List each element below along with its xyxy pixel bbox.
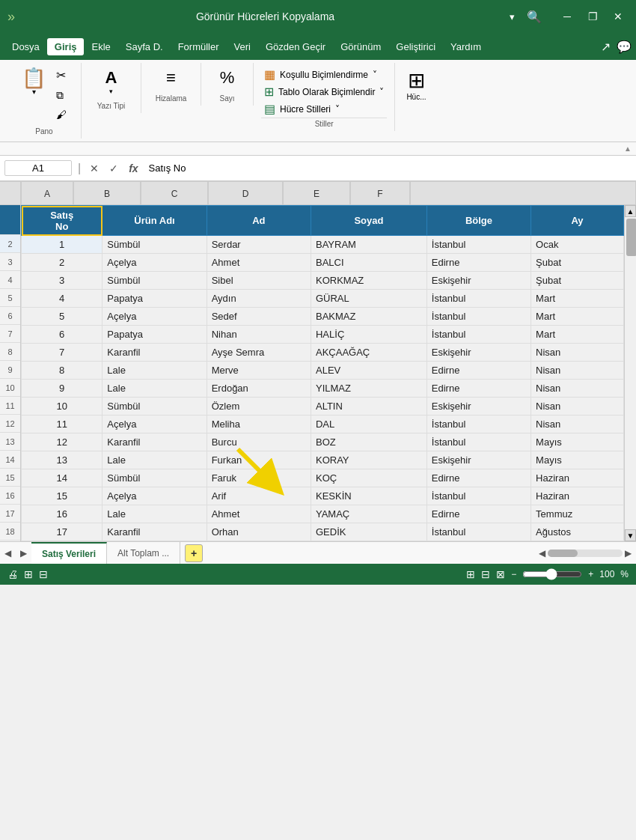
- col-header-f[interactable]: F: [350, 181, 410, 205]
- tablo-bicim-button[interactable]: ⊞ Tablo Olarak Biçimlendir ˅: [261, 83, 387, 100]
- formula-input[interactable]: [144, 161, 632, 175]
- cell-c11[interactable]: Özlem: [207, 398, 311, 416]
- cell-a8[interactable]: 7: [22, 344, 103, 362]
- alignment-button[interactable]: ≡: [162, 66, 180, 90]
- cell-c13[interactable]: Burcu: [207, 433, 311, 451]
- cell-e6[interactable]: İstanbul: [426, 308, 530, 326]
- menu-gorunum[interactable]: Görünüm: [333, 38, 388, 55]
- cell-e15[interactable]: Edirne: [426, 469, 530, 487]
- col-header-b[interactable]: B: [73, 181, 141, 205]
- menu-formul[interactable]: Formüller: [171, 38, 227, 55]
- cell-a9[interactable]: 8: [22, 362, 103, 380]
- cancel-formula-button[interactable]: ✕: [87, 161, 102, 176]
- cell-a13[interactable]: 12: [22, 433, 103, 451]
- cell-c3[interactable]: Ahmet: [207, 254, 311, 272]
- cell-e5[interactable]: İstanbul: [426, 290, 530, 308]
- status-icon-table2[interactable]: ⊟: [39, 568, 48, 580]
- cell-b3[interactable]: Açelya: [103, 254, 207, 272]
- row-num-10[interactable]: 10: [0, 379, 20, 397]
- scroll-track[interactable]: [625, 217, 636, 529]
- scroll-thumb[interactable]: [626, 219, 636, 256]
- cut-button[interactable]: ✂: [52, 66, 70, 85]
- scroll-down-button[interactable]: ▼: [625, 529, 636, 541]
- cell-b2[interactable]: Sümbül: [103, 236, 207, 254]
- cell-c16[interactable]: Arif: [207, 487, 311, 505]
- menu-ekle[interactable]: Ekle: [84, 38, 117, 55]
- cell-e12[interactable]: İstanbul: [426, 416, 530, 433]
- col-header-d[interactable]: D: [208, 181, 283, 205]
- cell-f12[interactable]: Nisan: [531, 416, 624, 433]
- cell-f9[interactable]: Nisan: [531, 362, 624, 380]
- cell-f17[interactable]: Temmuz: [531, 505, 624, 523]
- copy-button[interactable]: ⧉: [52, 87, 70, 104]
- hucre-button[interactable]: ⊞ Hüc...: [403, 66, 429, 103]
- cell-c6[interactable]: Sedef: [207, 308, 311, 326]
- cell-b15[interactable]: Sümbül: [103, 469, 207, 487]
- cell-a3[interactable]: 2: [22, 254, 103, 272]
- cell-d18[interactable]: GEDİK: [311, 523, 426, 541]
- h-scroll-thumb[interactable]: [548, 550, 578, 557]
- cell-b13[interactable]: Karanfil: [103, 433, 207, 451]
- header-cell-f[interactable]: Ay: [531, 206, 624, 236]
- cell-f10[interactable]: Nisan: [531, 380, 624, 398]
- cell-d5[interactable]: GÜRAL: [311, 290, 426, 308]
- view-layout-icon[interactable]: ⊟: [481, 568, 490, 580]
- cell-a17[interactable]: 16: [22, 505, 103, 523]
- cell-f2[interactable]: Ocak: [531, 236, 624, 254]
- cell-d9[interactable]: ALEV: [311, 362, 426, 380]
- cell-d3[interactable]: BALCI: [311, 254, 426, 272]
- cell-a10[interactable]: 9: [22, 380, 103, 398]
- hucre-stiller-button[interactable]: ▤ Hücre Stilleri ˅: [261, 100, 387, 118]
- view-normal-icon[interactable]: ⊞: [466, 568, 475, 580]
- cell-b6[interactable]: Açelya: [103, 308, 207, 326]
- sheet-nav-right-button[interactable]: ▶: [16, 548, 31, 559]
- paste-button[interactable]: 📋 ▾: [18, 66, 49, 98]
- cell-b11[interactable]: Sümbül: [103, 398, 207, 416]
- number-format-button[interactable]: %: [216, 66, 239, 90]
- header-cell-b[interactable]: Ürün Adı: [103, 206, 207, 236]
- cell-b12[interactable]: Açelya: [103, 416, 207, 433]
- cell-f18[interactable]: Ağustos: [531, 523, 624, 541]
- status-icon-print[interactable]: 🖨: [7, 568, 18, 580]
- cell-f14[interactable]: Mayıs: [531, 451, 624, 469]
- zoom-slider[interactable]: [522, 568, 582, 580]
- zoom-minus-icon[interactable]: −: [511, 569, 516, 579]
- row-num-17[interactable]: 17: [0, 505, 20, 523]
- view-page-icon[interactable]: ⊠: [496, 568, 505, 580]
- cell-e16[interactable]: İstanbul: [426, 487, 530, 505]
- scroll-up-button[interactable]: ▲: [625, 205, 636, 217]
- h-scroll-right-button[interactable]: ▶: [625, 548, 632, 559]
- cell-e14[interactable]: Eskişehir: [426, 451, 530, 469]
- cell-f16[interactable]: Haziran: [531, 487, 624, 505]
- cell-b5[interactable]: Papatya: [103, 290, 207, 308]
- sheet-tab-active[interactable]: Satış Verileri: [31, 542, 107, 564]
- sheet-nav-left-button[interactable]: ◀: [0, 548, 16, 559]
- minimize-button[interactable]: ─: [557, 6, 578, 27]
- row-num-12[interactable]: 12: [0, 415, 20, 433]
- row-num-6[interactable]: 6: [0, 307, 20, 325]
- row-num-11[interactable]: 11: [0, 397, 20, 415]
- cell-f11[interactable]: Nisan: [531, 398, 624, 416]
- cell-f3[interactable]: Şubat: [531, 254, 624, 272]
- cell-f7[interactable]: Mart: [531, 326, 624, 344]
- cell-a14[interactable]: 13: [22, 451, 103, 469]
- row-num-13[interactable]: 13: [0, 433, 20, 451]
- cell-c7[interactable]: Nihan: [207, 326, 311, 344]
- menu-yardim[interactable]: Yardım: [443, 38, 489, 55]
- menu-gozden[interactable]: Gözden Geçir: [258, 38, 333, 55]
- row-num-3[interactable]: 3: [0, 253, 20, 271]
- row-num-15[interactable]: 15: [0, 469, 20, 487]
- cell-b8[interactable]: Karanfil: [103, 344, 207, 362]
- cell-ref-input[interactable]: [4, 160, 72, 176]
- h-scroll-track[interactable]: [548, 550, 623, 557]
- sheet-tab-inactive[interactable]: Alt Toplam ...: [107, 542, 180, 564]
- close-button[interactable]: ✕: [608, 6, 629, 27]
- cell-c17[interactable]: Ahmet: [207, 505, 311, 523]
- cell-e4[interactable]: Eskişehir: [426, 272, 530, 290]
- cell-a18[interactable]: 17: [22, 523, 103, 541]
- cell-c18[interactable]: Orhan: [207, 523, 311, 541]
- cell-a16[interactable]: 15: [22, 487, 103, 505]
- kosullu-bicim-button[interactable]: ▦ Koşullu Biçimlendirme ˅: [261, 66, 387, 83]
- row-num-9[interactable]: 9: [0, 361, 20, 379]
- col-header-c[interactable]: C: [141, 181, 208, 205]
